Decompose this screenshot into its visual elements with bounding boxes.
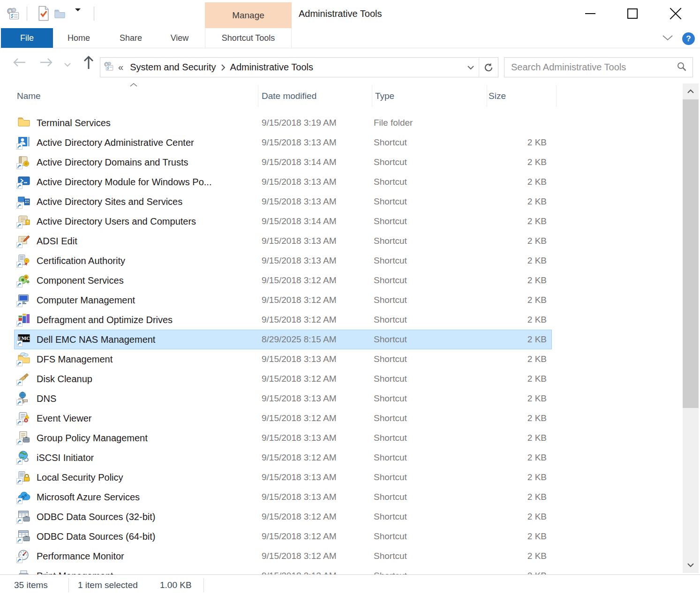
tab-shortcut-tools[interactable]: Shortcut Tools [205, 28, 292, 48]
address-bar[interactable]: « System and Security Administrative Too… [100, 57, 498, 77]
file-list: Terminal Services9/15/2018 3:19 AMFile f… [0, 113, 683, 574]
file-name: Microsoft Azure Services [37, 492, 262, 503]
file-row[interactable]: Active Directory Users and Computers9/15… [14, 211, 552, 231]
shortcut-arrow-icon [16, 400, 23, 406]
file-type: Shortcut [374, 334, 487, 345]
file-date-modified: 9/15/2018 3:19 AM [262, 118, 374, 128]
column-header-name[interactable]: Name [17, 91, 41, 101]
breadcrumb-administrative-tools[interactable]: Administrative Tools [230, 62, 313, 73]
file-row[interactable]: Component Services9/15/2018 3:12 AMShort… [14, 271, 552, 290]
file-row[interactable]: DNS9/15/2018 3:13 AMShortcut2 KB [14, 389, 552, 408]
file-row[interactable]: Active Directory Module for Windows Po..… [14, 172, 552, 192]
shortcut-arrow-icon [16, 222, 23, 228]
file-name: iSCSI Initiator [37, 453, 262, 463]
file-name: Disk Cleanup [37, 374, 262, 385]
address-dropdown-chevron-icon[interactable] [463, 58, 479, 77]
scroll-down-icon[interactable] [683, 557, 699, 573]
file-type: Shortcut [374, 492, 487, 502]
refresh-icon[interactable] [479, 58, 498, 77]
tab-share[interactable]: Share [110, 28, 152, 48]
column-header-size[interactable]: Size [489, 91, 506, 101]
vertical-scrollbar[interactable] [683, 83, 699, 573]
minimize-icon[interactable] [580, 0, 601, 27]
file-row[interactable]: Performance Monitor9/15/2018 3:12 AMShor… [14, 546, 552, 566]
window-title: Administrative Tools [299, 8, 382, 19]
file-date-modified: 9/15/2018 3:14 AM [262, 216, 374, 226]
column-header-type[interactable]: Type [375, 91, 394, 101]
title-bar: Manage Administrative Tools [0, 0, 700, 28]
file-row[interactable]: Disk Cleanup9/15/2018 3:12 AMShortcut2 K… [14, 369, 552, 389]
file-size: 2 KB [487, 354, 548, 364]
file-row[interactable]: DFS Management9/15/2018 3:13 AMShortcut2… [14, 349, 552, 369]
shortcut-arrow-icon [16, 203, 23, 209]
contextual-group-manage: Manage [205, 2, 292, 28]
file-type: Shortcut [374, 393, 487, 404]
file-row[interactable]: Local Security Policy9/15/2018 3:13 AMSh… [14, 468, 552, 487]
file-row[interactable]: Terminal Services9/15/2018 3:19 AMFile f… [14, 113, 552, 133]
breadcrumb-collapsed-prefix[interactable]: « [118, 62, 123, 73]
file-row[interactable]: Active Directory Domains and Trusts9/15/… [14, 152, 552, 172]
tab-file[interactable]: File [1, 28, 53, 48]
file-row[interactable]: ODBC Data Sources (64-bit)9/15/2018 3:12… [14, 527, 552, 546]
file-type: Shortcut [374, 177, 487, 187]
file-date-modified: 9/15/2018 3:14 AM [262, 157, 374, 167]
tab-home[interactable]: Home [59, 28, 99, 48]
file-row[interactable]: Group Policy Management9/15/2018 3:13 AM… [14, 428, 552, 448]
properties-icon[interactable] [36, 5, 51, 23]
file-row[interactable]: Defragment and Optimize Drives9/15/2018 … [14, 310, 552, 330]
admin-tools-app-icon[interactable] [6, 7, 21, 23]
file-date-modified: 9/15/2018 3:13 AM [262, 236, 374, 246]
file-row[interactable]: Certification Authority9/15/2018 3:13 AM… [14, 251, 552, 271]
file-row[interactable]: ODBC Data Sources (32-bit)9/15/2018 3:12… [14, 507, 552, 527]
search-icon[interactable] [677, 61, 687, 74]
navigation-bar: « System and Security Administrative Too… [0, 48, 700, 83]
file-name: DNS [37, 393, 262, 404]
odbc-icon [14, 509, 37, 525]
new-folder-icon[interactable] [53, 7, 67, 23]
back-arrow-icon[interactable] [12, 57, 26, 70]
breadcrumb-system-and-security[interactable]: System and Security [130, 62, 216, 73]
close-icon[interactable] [665, 0, 686, 27]
file-size: 2 KB [487, 571, 548, 574]
file-row[interactable]: Computer Management9/15/2018 3:12 AMShor… [14, 290, 552, 310]
file-date-modified: 9/15/2018 3:13 AM [262, 393, 374, 404]
file-date-modified: 9/15/2018 3:13 AM [262, 196, 374, 207]
file-row[interactable]: Active Directory Sites and Services9/15/… [14, 192, 552, 211]
file-date-modified: 9/15/2018 3:13 AM [262, 472, 374, 483]
tab-view[interactable]: View [161, 28, 198, 48]
customize-qat-dropdown-icon[interactable] [75, 11, 83, 17]
chevron-down-icon[interactable] [661, 34, 674, 44]
file-row[interactable]: EMCDell EMC NAS Management8/29/2025 8:15… [14, 330, 552, 349]
search-box[interactable] [504, 57, 693, 77]
scroll-up-icon[interactable] [683, 83, 699, 99]
file-row[interactable]: Event Viewer9/15/2018 3:12 AMShortcut2 K… [14, 408, 552, 428]
file-row[interactable]: Microsoft Azure Services9/15/2018 3:13 A… [14, 487, 552, 507]
file-date-modified: 9/15/2018 3:12 AM [262, 374, 374, 384]
search-input[interactable] [504, 62, 671, 73]
selection-size: 1.00 KB [160, 580, 192, 590]
shortcut-arrow-icon [16, 301, 23, 307]
file-row[interactable]: iSCSI Initiator9/15/2018 3:12 AMShortcut… [14, 448, 552, 468]
qat-separator [94, 7, 94, 21]
breadcrumb-chevron-icon[interactable] [221, 64, 226, 71]
up-arrow-icon[interactable] [83, 55, 95, 72]
file-size: 2 KB [487, 492, 548, 502]
file-row[interactable]: ADSI Edit9/15/2018 3:13 AMShortcut2 KB [14, 231, 552, 251]
iscsi-icon [14, 450, 37, 466]
maximize-icon[interactable] [622, 0, 643, 27]
help-icon[interactable]: ? [682, 32, 695, 45]
file-date-modified: 9/15/2018 3:13 AM [262, 137, 374, 148]
file-size: 2 KB [487, 453, 548, 463]
svg-text:EMC: EMC [18, 336, 30, 341]
file-row[interactable]: Active Directory Administrative Center9/… [14, 133, 552, 152]
shortcut-arrow-icon [16, 262, 23, 268]
file-name: ODBC Data Sources (64-bit) [37, 531, 262, 542]
recent-locations-chevron-icon[interactable] [64, 60, 71, 69]
scrollbar-thumb[interactable] [683, 99, 699, 408]
column-header-date-modified[interactable]: Date modified [262, 91, 316, 101]
shortcut-arrow-icon [16, 557, 23, 563]
azure-icon [14, 489, 37, 505]
file-type: Shortcut [374, 196, 487, 207]
file-row[interactable]: Print Management9/15/2018 3:12 AMShortcu… [14, 566, 552, 574]
forward-arrow-icon[interactable] [39, 57, 53, 70]
